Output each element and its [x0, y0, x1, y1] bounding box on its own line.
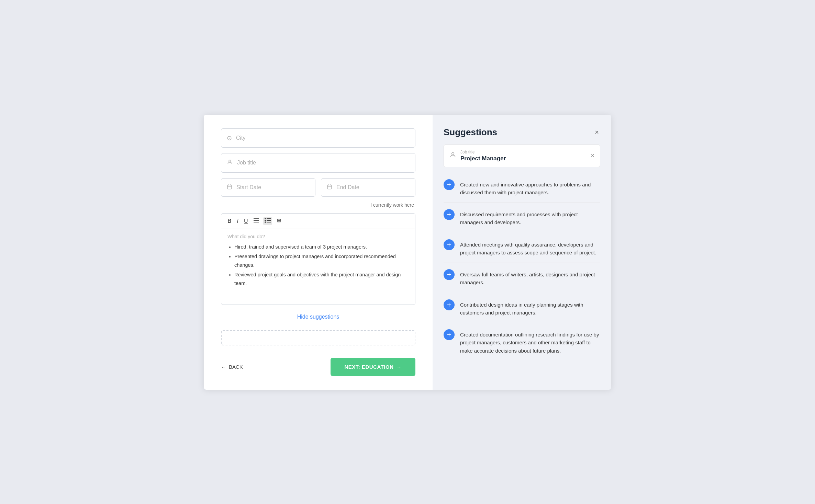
left-panel: ⊙ City Job title Start D — [204, 115, 433, 390]
suggestion-item-3[interactable]: + Attended meetings with quality assuran… — [444, 233, 600, 263]
date-row-inner: Start Date End Date — [221, 178, 415, 197]
job-info: Job title Project Manager — [460, 150, 587, 162]
svg-point-12 — [265, 218, 266, 219]
suggestion-item-1[interactable]: + Created new and innovative approaches … — [444, 173, 600, 203]
suggestions-header: Suggestions × — [444, 127, 600, 138]
suggestion-text-6: Created documentation outlining research… — [460, 329, 600, 355]
hide-suggestions-button[interactable]: Hide suggestions — [221, 310, 415, 323]
job-title-label: Job title — [237, 160, 256, 166]
end-date-label: End Date — [336, 184, 359, 191]
job-title-field[interactable]: Job title — [221, 153, 415, 173]
close-suggestions-button[interactable]: × — [593, 127, 600, 138]
svg-point-16 — [265, 221, 266, 223]
add-section — [221, 330, 415, 345]
svg-point-0 — [229, 160, 231, 162]
suggestion-text-1: Created new and innovative approaches to… — [460, 179, 600, 197]
align-button[interactable] — [252, 217, 260, 225]
bold-button[interactable]: B — [226, 217, 233, 225]
suggestion-text-4: Oversaw full teams of writers, artists, … — [460, 269, 600, 287]
page-wrapper: ⊙ City Job title Start D — [204, 115, 611, 390]
add-icon-5: + — [444, 299, 455, 310]
back-label: BACK — [229, 364, 243, 370]
svg-point-21 — [452, 152, 454, 155]
suggestion-text-5: Contributed design ideas in early planni… — [460, 299, 600, 317]
right-panel: Suggestions × Job title Project Manager … — [433, 115, 611, 390]
svg-point-14 — [265, 220, 266, 221]
end-date-field[interactable]: End Date — [321, 178, 415, 197]
suggestion-text-3: Attended meetings with quality assurance… — [460, 239, 600, 257]
editor-toolbar: B I U — [221, 214, 415, 229]
suggestions-title: Suggestions — [444, 127, 497, 138]
add-icon-4: + — [444, 269, 455, 280]
bullet-1: Hired, trained and supervised a team of … — [234, 243, 409, 251]
italic-button[interactable]: I — [236, 217, 240, 225]
currently-work-label: I currently work here — [221, 202, 415, 208]
add-icon-3: + — [444, 239, 455, 250]
calendar-end-icon — [327, 184, 332, 191]
start-date-field[interactable]: Start Date — [221, 178, 315, 197]
arrow-left-icon: ← — [221, 364, 226, 370]
clear-format-button[interactable] — [275, 217, 283, 225]
calendar-start-icon — [227, 184, 232, 191]
list-button[interactable] — [263, 217, 272, 225]
add-icon-6: + — [444, 329, 455, 340]
suggestion-items: + Created new and innovative approaches … — [444, 173, 600, 361]
suggestion-job-card: Job title Project Manager × — [444, 145, 600, 167]
bullet-2: Presented drawings to project managers a… — [234, 252, 409, 269]
suggestion-item-4[interactable]: + Oversaw full teams of writers, artists… — [444, 263, 600, 293]
job-card-value: Project Manager — [460, 155, 587, 162]
suggestion-item-2[interactable]: + Discussed requirements and processes w… — [444, 203, 600, 233]
city-field[interactable]: ⊙ City — [221, 128, 415, 148]
start-date-label: Start Date — [236, 184, 261, 191]
city-label: City — [236, 135, 246, 141]
editor-content[interactable]: What did you do? Hired, trained and supe… — [221, 229, 415, 305]
back-button[interactable]: ← BACK — [221, 364, 243, 370]
person-icon — [227, 159, 233, 167]
svg-rect-5 — [327, 185, 332, 189]
next-button[interactable]: NEXT: EDUCATION → — [331, 358, 415, 376]
job-card-label: Job title — [460, 150, 587, 154]
editor-container: B I U — [221, 213, 415, 305]
date-row: Start Date End Date I currently work her… — [221, 178, 415, 208]
add-icon-2: + — [444, 209, 455, 220]
location-icon: ⊙ — [227, 134, 232, 142]
job-card-person-icon — [449, 151, 456, 160]
next-label: NEXT: EDUCATION — [344, 364, 393, 370]
suggestion-item-6[interactable]: + Created documentation outlining resear… — [444, 323, 600, 361]
suggestion-text-2: Discussed requirements and processes wit… — [460, 209, 600, 227]
editor-placeholder: What did you do? — [227, 234, 409, 239]
clear-job-button[interactable]: × — [591, 152, 594, 159]
svg-rect-1 — [227, 185, 232, 189]
bottom-nav: ← BACK NEXT: EDUCATION → — [221, 351, 415, 376]
bullet-3: Reviewed project goals and objectives wi… — [234, 271, 409, 287]
arrow-right-icon: → — [397, 364, 402, 370]
editor-bullets: Hired, trained and supervised a team of … — [227, 243, 409, 288]
suggestion-item-5[interactable]: + Contributed design ideas in early plan… — [444, 293, 600, 323]
add-icon-1: + — [444, 179, 455, 190]
underline-button[interactable]: U — [243, 217, 249, 225]
